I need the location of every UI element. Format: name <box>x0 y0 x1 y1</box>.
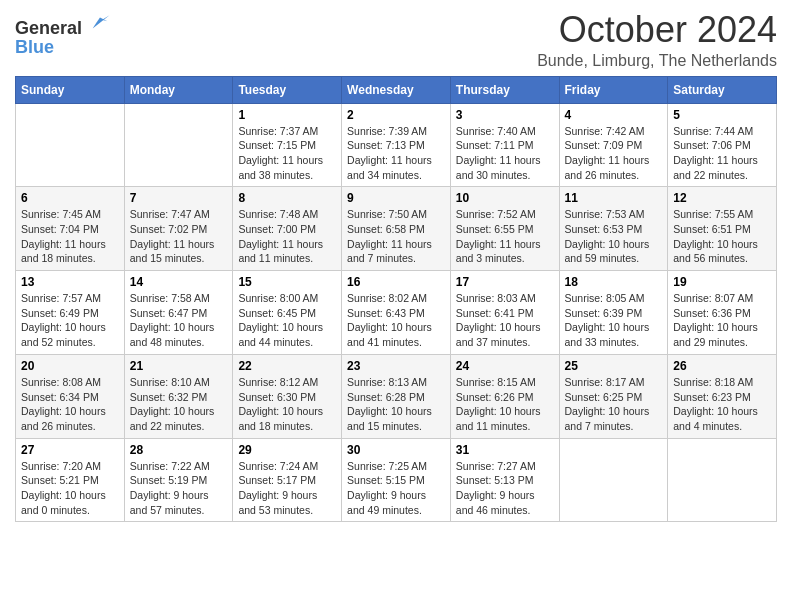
day-number: 17 <box>456 275 554 289</box>
calendar-cell: 7Sunrise: 7:47 AM Sunset: 7:02 PM Daylig… <box>124 187 233 271</box>
calendar-cell: 9Sunrise: 7:50 AM Sunset: 6:58 PM Daylig… <box>342 187 451 271</box>
weekday-header-saturday: Saturday <box>668 76 777 103</box>
calendar-cell: 21Sunrise: 8:10 AM Sunset: 6:32 PM Dayli… <box>124 354 233 438</box>
day-info: Sunrise: 7:57 AM Sunset: 6:49 PM Dayligh… <box>21 291 119 350</box>
weekday-header-friday: Friday <box>559 76 668 103</box>
calendar-cell: 20Sunrise: 8:08 AM Sunset: 6:34 PM Dayli… <box>16 354 125 438</box>
day-number: 3 <box>456 108 554 122</box>
day-info: Sunrise: 8:07 AM Sunset: 6:36 PM Dayligh… <box>673 291 771 350</box>
calendar-table: SundayMondayTuesdayWednesdayThursdayFrid… <box>15 76 777 523</box>
calendar-week-row: 6Sunrise: 7:45 AM Sunset: 7:04 PM Daylig… <box>16 187 777 271</box>
day-info: Sunrise: 8:03 AM Sunset: 6:41 PM Dayligh… <box>456 291 554 350</box>
day-info: Sunrise: 8:05 AM Sunset: 6:39 PM Dayligh… <box>565 291 663 350</box>
day-info: Sunrise: 7:39 AM Sunset: 7:13 PM Dayligh… <box>347 124 445 183</box>
logo-blue: Blue <box>15 37 54 57</box>
day-number: 9 <box>347 191 445 205</box>
calendar-week-row: 1Sunrise: 7:37 AM Sunset: 7:15 PM Daylig… <box>16 103 777 187</box>
calendar-cell: 16Sunrise: 8:02 AM Sunset: 6:43 PM Dayli… <box>342 271 451 355</box>
day-number: 16 <box>347 275 445 289</box>
day-number: 22 <box>238 359 336 373</box>
day-info: Sunrise: 8:00 AM Sunset: 6:45 PM Dayligh… <box>238 291 336 350</box>
calendar-cell: 17Sunrise: 8:03 AM Sunset: 6:41 PM Dayli… <box>450 271 559 355</box>
page-header: General Blue October 2024 Bunde, Limburg… <box>15 10 777 70</box>
day-info: Sunrise: 7:58 AM Sunset: 6:47 PM Dayligh… <box>130 291 228 350</box>
day-info: Sunrise: 8:10 AM Sunset: 6:32 PM Dayligh… <box>130 375 228 434</box>
day-info: Sunrise: 8:18 AM Sunset: 6:23 PM Dayligh… <box>673 375 771 434</box>
calendar-cell: 22Sunrise: 8:12 AM Sunset: 6:30 PM Dayli… <box>233 354 342 438</box>
calendar-cell: 14Sunrise: 7:58 AM Sunset: 6:47 PM Dayli… <box>124 271 233 355</box>
day-info: Sunrise: 8:13 AM Sunset: 6:28 PM Dayligh… <box>347 375 445 434</box>
day-number: 25 <box>565 359 663 373</box>
calendar-cell: 2Sunrise: 7:39 AM Sunset: 7:13 PM Daylig… <box>342 103 451 187</box>
calendar-cell: 4Sunrise: 7:42 AM Sunset: 7:09 PM Daylig… <box>559 103 668 187</box>
day-number: 29 <box>238 443 336 457</box>
calendar-cell: 8Sunrise: 7:48 AM Sunset: 7:00 PM Daylig… <box>233 187 342 271</box>
calendar-cell: 13Sunrise: 7:57 AM Sunset: 6:49 PM Dayli… <box>16 271 125 355</box>
day-number: 8 <box>238 191 336 205</box>
day-info: Sunrise: 7:48 AM Sunset: 7:00 PM Dayligh… <box>238 207 336 266</box>
day-number: 11 <box>565 191 663 205</box>
month-title: October 2024 <box>537 10 777 50</box>
calendar-cell: 12Sunrise: 7:55 AM Sunset: 6:51 PM Dayli… <box>668 187 777 271</box>
calendar-cell <box>559 438 668 522</box>
day-info: Sunrise: 7:47 AM Sunset: 7:02 PM Dayligh… <box>130 207 228 266</box>
day-number: 6 <box>21 191 119 205</box>
logo-text: General Blue <box>15 14 111 57</box>
weekday-header-tuesday: Tuesday <box>233 76 342 103</box>
day-number: 30 <box>347 443 445 457</box>
day-number: 27 <box>21 443 119 457</box>
calendar-cell: 5Sunrise: 7:44 AM Sunset: 7:06 PM Daylig… <box>668 103 777 187</box>
day-info: Sunrise: 8:15 AM Sunset: 6:26 PM Dayligh… <box>456 375 554 434</box>
day-number: 14 <box>130 275 228 289</box>
day-number: 24 <box>456 359 554 373</box>
day-info: Sunrise: 7:25 AM Sunset: 5:15 PM Dayligh… <box>347 459 445 518</box>
day-info: Sunrise: 7:27 AM Sunset: 5:13 PM Dayligh… <box>456 459 554 518</box>
calendar-cell: 19Sunrise: 8:07 AM Sunset: 6:36 PM Dayli… <box>668 271 777 355</box>
weekday-header-monday: Monday <box>124 76 233 103</box>
calendar-cell: 15Sunrise: 8:00 AM Sunset: 6:45 PM Dayli… <box>233 271 342 355</box>
day-info: Sunrise: 7:22 AM Sunset: 5:19 PM Dayligh… <box>130 459 228 518</box>
calendar-cell: 3Sunrise: 7:40 AM Sunset: 7:11 PM Daylig… <box>450 103 559 187</box>
day-info: Sunrise: 7:52 AM Sunset: 6:55 PM Dayligh… <box>456 207 554 266</box>
day-info: Sunrise: 8:12 AM Sunset: 6:30 PM Dayligh… <box>238 375 336 434</box>
calendar-cell <box>124 103 233 187</box>
day-number: 21 <box>130 359 228 373</box>
day-number: 4 <box>565 108 663 122</box>
day-number: 23 <box>347 359 445 373</box>
day-info: Sunrise: 7:40 AM Sunset: 7:11 PM Dayligh… <box>456 124 554 183</box>
day-number: 18 <box>565 275 663 289</box>
logo: General Blue <box>15 14 111 57</box>
calendar-cell: 6Sunrise: 7:45 AM Sunset: 7:04 PM Daylig… <box>16 187 125 271</box>
day-info: Sunrise: 7:37 AM Sunset: 7:15 PM Dayligh… <box>238 124 336 183</box>
day-number: 13 <box>21 275 119 289</box>
calendar-cell <box>668 438 777 522</box>
day-number: 26 <box>673 359 771 373</box>
day-info: Sunrise: 8:17 AM Sunset: 6:25 PM Dayligh… <box>565 375 663 434</box>
day-number: 31 <box>456 443 554 457</box>
calendar-cell: 30Sunrise: 7:25 AM Sunset: 5:15 PM Dayli… <box>342 438 451 522</box>
title-block: October 2024 Bunde, Limburg, The Netherl… <box>537 10 777 70</box>
day-info: Sunrise: 7:45 AM Sunset: 7:04 PM Dayligh… <box>21 207 119 266</box>
calendar-cell: 23Sunrise: 8:13 AM Sunset: 6:28 PM Dayli… <box>342 354 451 438</box>
calendar-header-row: SundayMondayTuesdayWednesdayThursdayFrid… <box>16 76 777 103</box>
day-info: Sunrise: 7:44 AM Sunset: 7:06 PM Dayligh… <box>673 124 771 183</box>
day-number: 7 <box>130 191 228 205</box>
calendar-week-row: 13Sunrise: 7:57 AM Sunset: 6:49 PM Dayli… <box>16 271 777 355</box>
day-number: 10 <box>456 191 554 205</box>
calendar-cell: 18Sunrise: 8:05 AM Sunset: 6:39 PM Dayli… <box>559 271 668 355</box>
weekday-header-sunday: Sunday <box>16 76 125 103</box>
calendar-week-row: 20Sunrise: 8:08 AM Sunset: 6:34 PM Dayli… <box>16 354 777 438</box>
day-info: Sunrise: 7:55 AM Sunset: 6:51 PM Dayligh… <box>673 207 771 266</box>
calendar-cell: 31Sunrise: 7:27 AM Sunset: 5:13 PM Dayli… <box>450 438 559 522</box>
calendar-cell: 26Sunrise: 8:18 AM Sunset: 6:23 PM Dayli… <box>668 354 777 438</box>
day-info: Sunrise: 7:20 AM Sunset: 5:21 PM Dayligh… <box>21 459 119 518</box>
calendar-cell: 10Sunrise: 7:52 AM Sunset: 6:55 PM Dayli… <box>450 187 559 271</box>
day-number: 19 <box>673 275 771 289</box>
calendar-cell: 25Sunrise: 8:17 AM Sunset: 6:25 PM Dayli… <box>559 354 668 438</box>
day-info: Sunrise: 7:42 AM Sunset: 7:09 PM Dayligh… <box>565 124 663 183</box>
logo-general: General <box>15 18 82 38</box>
day-number: 5 <box>673 108 771 122</box>
day-info: Sunrise: 8:08 AM Sunset: 6:34 PM Dayligh… <box>21 375 119 434</box>
day-number: 1 <box>238 108 336 122</box>
calendar-cell: 29Sunrise: 7:24 AM Sunset: 5:17 PM Dayli… <box>233 438 342 522</box>
